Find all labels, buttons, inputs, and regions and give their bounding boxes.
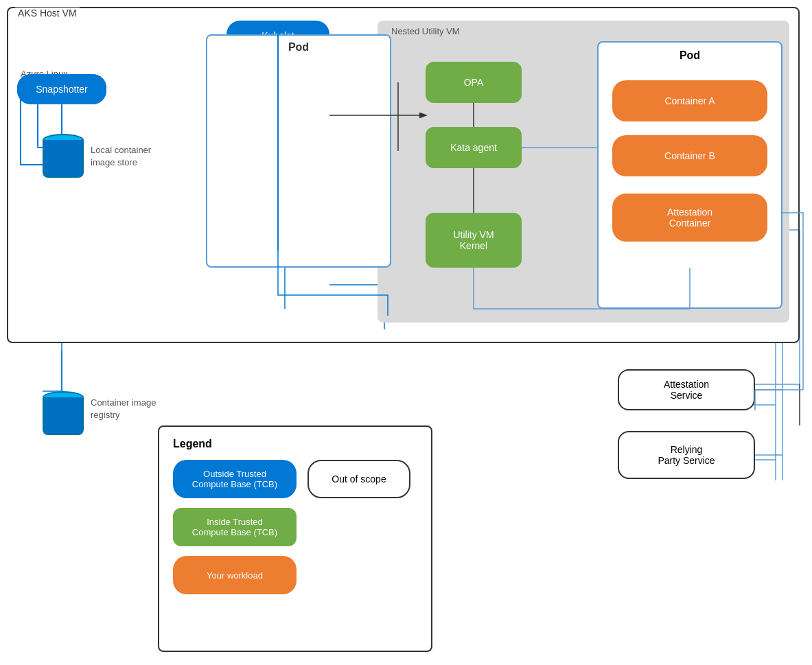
aks-host-vm-label: AKS Host VM — [15, 8, 80, 19]
utility-vm-kernel-button: Utility VMKernel — [426, 213, 522, 268]
legend-inside-tcb-sample: Inside TrustedCompute Base (TCB) — [173, 508, 297, 546]
registry-label: Container imageregistry — [91, 397, 156, 421]
pod-label: Pod — [288, 41, 309, 54]
legend-out-of-scope-sample: Out of scope — [308, 460, 410, 498]
registry-cylinder — [43, 391, 84, 435]
diagram-container: AKS Host VM Azure Linux Kubelet Snapshot… — [0, 0, 812, 665]
cylinder-body — [43, 140, 84, 178]
attestation-service-box: AttestationService — [618, 369, 755, 410]
nested-utility-vm-label: Nested Utility VM — [391, 26, 460, 36]
snapshotter-button: Snapshotter — [17, 74, 106, 104]
local-store-cylinder — [43, 134, 84, 178]
legend-your-workload-sample: Your workload — [173, 556, 297, 594]
pod-box: Pod — [206, 34, 391, 268]
legend-box: Legend Outside TrustedCompute Base (TCB)… — [158, 425, 432, 652]
pod-title: Pod — [599, 49, 781, 62]
pod-box-positioned: Pod Container A Container B AttestationC… — [597, 41, 782, 309]
attestation-container-button: AttestationContainer — [612, 194, 767, 242]
relying-party-service-box: RelyingParty Service — [618, 431, 755, 479]
legend-outside-tcb-sample: Outside TrustedCompute Base (TCB) — [173, 460, 297, 498]
container-a-button: Container A — [612, 80, 767, 121]
kata-agent-button: Kata agent — [426, 127, 522, 168]
legend-item-your-workload: Your workload — [173, 556, 417, 594]
opa-button: OPA — [426, 62, 522, 103]
legend-item-inside-tcb: Inside TrustedCompute Base (TCB) — [173, 508, 417, 546]
local-store-label: Local containerimage store — [91, 144, 151, 169]
legend-title: Legend — [173, 438, 417, 450]
legend-item-outside-tcb: Outside TrustedCompute Base (TCB) Out of… — [173, 460, 417, 498]
registry-cylinder-body — [43, 397, 84, 435]
container-b-button: Container B — [612, 135, 767, 176]
